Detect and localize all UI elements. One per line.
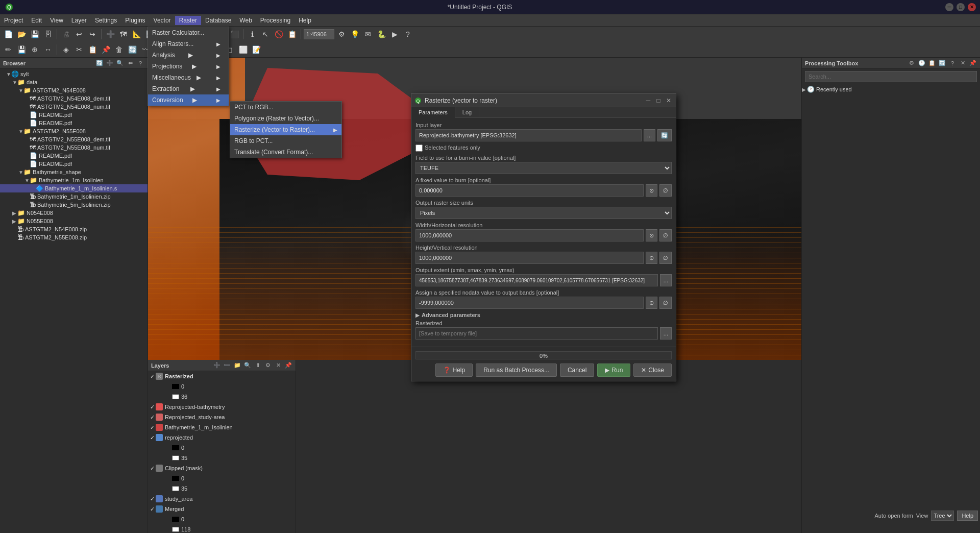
move-feature-button[interactable]: ↔ <box>42 43 54 56</box>
toolbox-results-button[interactable]: 📋 <box>928 59 936 67</box>
toolbox-dockpin-button[interactable]: 📌 <box>969 59 977 67</box>
batch-process-button[interactable]: Run as Batch Process... <box>476 364 557 377</box>
tree-item-n55e008-folder[interactable]: ▼ 📁 ASTGTM2_N55E008 <box>0 127 148 135</box>
width-null-button[interactable]: ∅ <box>659 229 672 241</box>
layer-reprojected-0[interactable]: ✓ 0 <box>148 443 296 453</box>
tree-item-n54e008-dem[interactable]: 🗺 ASTGTM2_N54E008_dem.tif <box>0 94 148 103</box>
menu-plugins[interactable]: Plugins <box>121 16 149 25</box>
nodata-reset-button[interactable]: ⊙ <box>646 297 657 309</box>
browser-help-button[interactable]: ? <box>136 59 144 67</box>
redo-button[interactable]: ↪ <box>86 28 99 40</box>
toolbox-recently-used[interactable]: ▶ 🕐 Recently used <box>802 85 980 93</box>
cut-button[interactable]: ✂ <box>73 43 85 56</box>
menu-raster[interactable]: Raster <box>175 16 201 25</box>
cancel-button[interactable]: Cancel <box>560 364 594 377</box>
select-button[interactable]: ↖ <box>259 28 272 40</box>
conv-menu-pct-rgb[interactable]: PCT to RGB... <box>230 102 341 113</box>
toolbox-dockclose-button[interactable]: ✕ <box>959 59 967 67</box>
menu-processing[interactable]: Processing <box>256 16 295 25</box>
layer-rasterized-36[interactable]: ✓ 36 <box>148 392 296 402</box>
raster-menu-analysis[interactable]: Analysis ▶ <box>148 50 229 61</box>
layer-bathy-isolinien[interactable]: ✓ Bathymetrie_1_m_Isolinien <box>148 422 296 432</box>
rubber-band-button[interactable]: ⬜ <box>237 43 249 56</box>
layer-clipped[interactable]: ✓ Clipped (mask) <box>148 463 296 473</box>
layer-study-area[interactable]: ✓ study_area <box>148 494 296 504</box>
tree-item-n54e008-folder[interactable]: ▼ 📁 ASTGTM2_N54E008 <box>0 86 148 94</box>
tree-item-sylt[interactable]: ▼ 🌐 sylt <box>0 70 148 78</box>
raster-menu-extraction[interactable]: Extraction ▶ <box>148 83 229 94</box>
conv-menu-polygonize[interactable]: Polygonize (Raster to Vector)... <box>230 113 341 124</box>
toolbox-help-button[interactable]: ? <box>948 59 957 67</box>
rasterize-maximize-button[interactable]: □ <box>654 96 663 105</box>
menu-settings[interactable]: Settings <box>91 16 121 25</box>
view-select[interactable]: Tree <box>931 511 954 521</box>
scale-input[interactable] <box>304 29 334 39</box>
layers-remove-button[interactable]: ➖ <box>223 361 231 370</box>
toolbox-history-button[interactable]: 🕐 <box>918 59 926 67</box>
zoom-layer-button[interactable]: ⬛ <box>228 28 240 40</box>
layer-merged[interactable]: ✓ Merged <box>148 504 296 514</box>
width-reset-button[interactable]: ⊙ <box>646 229 657 241</box>
menu-vector[interactable]: Vector <box>150 16 175 25</box>
menu-database[interactable]: Database <box>201 16 235 25</box>
raster-menu-miscellaneous[interactable]: Miscellaneous ▶ <box>148 72 229 83</box>
add-raster-button[interactable]: 🗺 <box>117 28 130 40</box>
tree-item-bathy-1m-zip[interactable]: 🗜 Bathymetrie_1m_Isolinien.zip <box>0 192 148 201</box>
input-layer-input[interactable] <box>415 129 642 141</box>
delete-button[interactable]: 🗑 <box>113 43 125 56</box>
tree-item-n055e008[interactable]: ▶ 📁 N055E008 <box>0 217 148 225</box>
tree-item-n54e008-readme1[interactable]: 📄 README.pdf <box>0 111 148 119</box>
tree-item-n55e008-readme2[interactable]: 📄 README.pdf <box>0 160 148 168</box>
rasterize-close-button[interactable]: ✕ <box>665 96 673 105</box>
new-project-button[interactable]: 📄 <box>2 28 14 40</box>
menu-edit[interactable]: Edit <box>27 16 46 25</box>
layer-merged-0[interactable]: ✓ 0 <box>148 514 296 524</box>
tree-item-bathy-shp[interactable]: 🔷 Bathymetrie_1_m_Isolinien.s <box>0 184 148 192</box>
layers-group-button[interactable]: 📁 <box>233 361 241 370</box>
layer-merged-118[interactable]: ✓ 118 <box>148 524 296 533</box>
toolbox-settings-button[interactable]: ⚙ <box>908 59 916 67</box>
input-layer-browse-button[interactable]: ... <box>644 129 655 141</box>
height-input[interactable] <box>415 252 644 264</box>
tree-item-bathy-5m-zip[interactable]: 🗜 Bathymetrie_5m_Isolinien.zip <box>0 201 148 209</box>
conv-menu-rgb-pct[interactable]: RGB to PCT... <box>230 135 341 147</box>
menu-help[interactable]: Help <box>295 16 315 25</box>
nodata-input[interactable] <box>415 297 644 309</box>
layer-rasterized-0[interactable]: ✓ 0 <box>148 381 296 392</box>
copy-button[interactable]: 📋 <box>86 43 99 56</box>
deselect-button[interactable]: 🚫 <box>273 28 285 40</box>
toolbox-search-input[interactable] <box>805 71 977 82</box>
tab-log[interactable]: Log <box>455 107 479 117</box>
qgis-help-button[interactable]: ? <box>402 28 414 40</box>
fixed-burn-null-button[interactable]: ∅ <box>659 184 672 197</box>
tree-item-n054e008[interactable]: ▶ 📁 N054E008 <box>0 209 148 217</box>
layer-reprojected-35[interactable]: ✓ 35 <box>148 453 296 463</box>
burn-field-select[interactable]: TEUFE <box>415 162 672 174</box>
edit-toggle-button[interactable]: ✏ <box>2 43 14 56</box>
action-button[interactable]: ▶ <box>388 28 401 40</box>
add-feature-button[interactable]: ⊕ <box>29 43 41 56</box>
open-project-button[interactable]: 📂 <box>15 28 28 40</box>
tree-item-n54e008-num[interactable]: 🗺 ASTGTM2_N54E008_num.tif <box>0 103 148 111</box>
save-as-button[interactable]: 🗄 <box>42 28 54 40</box>
identify-button[interactable]: ℹ <box>246 28 258 40</box>
layers-dockclose-button[interactable]: ✕ <box>274 361 282 370</box>
minimize-button[interactable]: ─ <box>945 3 953 11</box>
rasterized-browse-button[interactable]: ... <box>660 327 672 340</box>
browser-add-button[interactable]: ➕ <box>106 59 114 67</box>
annotation-button[interactable]: 📝 <box>250 43 262 56</box>
tree-item-n55e008-readme1[interactable]: 📄 README.pdf <box>0 152 148 160</box>
browser-collapse-button[interactable]: ⬅ <box>126 59 134 67</box>
tree-item-n54e008-readme2[interactable]: 📄 README.pdf <box>0 119 148 127</box>
menu-web[interactable]: Web <box>235 16 256 25</box>
close-button[interactable]: ✕ <box>968 3 976 11</box>
layers-options-button[interactable]: ⚙ <box>264 361 272 370</box>
input-layer-refresh-button[interactable]: 🔄 <box>657 129 672 141</box>
raster-menu-calculator[interactable]: Raster Calculator... <box>148 27 229 38</box>
tree-item-bathy-shape[interactable]: ▼ 📁 Bathymetrie_shape <box>0 168 148 176</box>
tree-item-n55e008-num[interactable]: 🗺 ASTGTM2_N55E008_num.tif <box>0 143 148 152</box>
raster-menu-projections[interactable]: Projections ▶ <box>148 61 229 72</box>
height-null-button[interactable]: ∅ <box>659 252 672 264</box>
python-button[interactable]: 🐍 <box>375 28 387 40</box>
layer-clipped-35[interactable]: ✓ 35 <box>148 483 296 494</box>
